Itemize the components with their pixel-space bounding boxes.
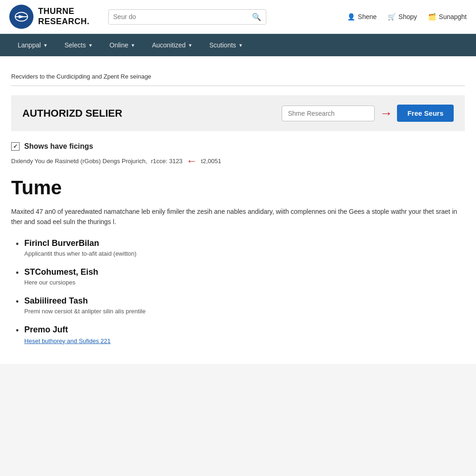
authorized-search-input[interactable] bbox=[282, 106, 375, 121]
chevron-down-icon: ▼ bbox=[238, 43, 243, 48]
main-content: Recviders to the Curdicipding and Zpent … bbox=[0, 56, 476, 364]
search-bar: 🔍 bbox=[108, 9, 266, 25]
tume-description: Maxited 47 an0 of yearedwated namatchane… bbox=[11, 206, 465, 227]
nav-bar: Lanppal ▼ Selects ▼ Online ▼ Auconitized… bbox=[0, 34, 476, 56]
list-item-content: Sabiilireed Tash Premi now cersiot &t an… bbox=[24, 296, 145, 315]
list-item-title: Firincl BurverBilan bbox=[24, 238, 136, 248]
chevron-down-icon: ▼ bbox=[88, 43, 93, 48]
list-item: • Firincl BurverBilan Applicantit thus w… bbox=[16, 238, 465, 257]
cart-label: Shopy bbox=[398, 13, 417, 20]
shows-description: Dxlendy You de Rasinetd (rGobs) Dengs Pr… bbox=[11, 154, 465, 167]
chevron-down-icon: ▼ bbox=[188, 43, 192, 48]
user-label: Shene bbox=[358, 13, 377, 20]
arrow-right-icon: → bbox=[379, 106, 392, 121]
nav-item-scutionts[interactable]: Scutionts ▼ bbox=[201, 34, 251, 56]
header-actions: 👤 Shene 🛒 Shopy 🗂️ Sunapght bbox=[347, 13, 467, 20]
checkbox-icon[interactable]: ✓ bbox=[11, 142, 20, 151]
list-item-title: STCohumest, Eish bbox=[24, 267, 98, 277]
authorized-section: AUTHORIZD SELIER → Free Seurs bbox=[11, 95, 465, 131]
shows-desc-extra: r1cce: 3123 bbox=[151, 158, 183, 165]
list-item-content: Premo Juft Heset buthorey and Sufides 22… bbox=[24, 325, 111, 344]
cart-action[interactable]: 🛒 Shopy bbox=[388, 13, 417, 20]
shows-section: ✓ Shows have ficings Dxlendy You de Rasi… bbox=[11, 142, 465, 167]
list-item-subtitle: Applicantit thus wher to-afit ataid (ewi… bbox=[24, 250, 136, 257]
chevron-down-icon: ▼ bbox=[43, 43, 48, 48]
list-item-content: STCohumest, Eish Here our cursiopes bbox=[24, 267, 98, 286]
nav-auconitized-label: Auconitized bbox=[152, 41, 185, 49]
breadcrumb: Recviders to the Curdicipding and Zpent … bbox=[11, 66, 465, 86]
briefcase-action[interactable]: 🗂️ Sunapght bbox=[428, 13, 467, 20]
list-item: • Premo Juft Heset buthorey and Sufides … bbox=[16, 325, 465, 344]
nav-lanppal-label: Lanppal bbox=[18, 41, 41, 49]
bullet-icon: • bbox=[16, 325, 19, 337]
shows-desc-text: Dxlendy You de Rasinetd (rGobs) Dengs Pr… bbox=[11, 158, 147, 165]
nav-online-label: Online bbox=[110, 41, 128, 49]
shows-desc-end: t2,0051 bbox=[201, 158, 221, 165]
list-item-title: Premo Juft bbox=[24, 325, 111, 335]
free-search-button[interactable]: Free Seurs bbox=[397, 105, 454, 122]
authorized-title: AUTHORIZD SELIER bbox=[22, 107, 122, 119]
bullet-icon: • bbox=[16, 267, 19, 279]
list-item: • STCohumest, Eish Here our cursiopes bbox=[16, 267, 465, 286]
cart-icon: 🛒 bbox=[388, 13, 396, 20]
nav-item-auconitized[interactable]: Auconitized ▼ bbox=[144, 34, 201, 56]
nav-scutionts-label: Scutionts bbox=[209, 41, 236, 49]
tume-title: Tume bbox=[11, 177, 465, 199]
user-icon: 👤 bbox=[347, 13, 355, 20]
chevron-down-icon: ▼ bbox=[131, 43, 135, 48]
search-button[interactable]: 🔍 bbox=[252, 13, 261, 21]
logo-text: THURNE RESEARCH. bbox=[38, 7, 90, 26]
briefcase-label: Sunapght bbox=[439, 13, 467, 20]
list-item-title: Sabiilireed Tash bbox=[24, 296, 145, 306]
bullet-icon: • bbox=[16, 238, 19, 250]
user-action[interactable]: 👤 Shene bbox=[347, 13, 377, 20]
nav-item-selects[interactable]: Selects ▼ bbox=[56, 34, 101, 56]
search-input[interactable] bbox=[113, 13, 252, 20]
arrow-left-icon: ← bbox=[186, 154, 198, 167]
authorized-right: → Free Seurs bbox=[282, 105, 454, 122]
top-header: THURNE RESEARCH. 🔍 👤 Shene 🛒 Shopy 🗂️ Su… bbox=[0, 0, 476, 34]
list-item-link[interactable]: Heset buthorey and Sufides 221 bbox=[24, 337, 111, 344]
shows-heading: Shows have ficings bbox=[24, 142, 93, 151]
list-section: • Firincl BurverBilan Applicantit thus w… bbox=[11, 238, 465, 344]
bullet-icon: • bbox=[16, 296, 19, 308]
nav-item-lanppal[interactable]: Lanppal ▼ bbox=[9, 34, 56, 56]
logo-icon bbox=[9, 5, 33, 29]
list-item-subtitle: Premi now cersiot &t anlipter silin alis… bbox=[24, 308, 145, 315]
nav-item-online[interactable]: Online ▼ bbox=[101, 34, 144, 56]
briefcase-icon: 🗂️ bbox=[428, 13, 436, 20]
divider bbox=[11, 86, 465, 86]
shows-header: ✓ Shows have ficings bbox=[11, 142, 465, 151]
list-item-subtitle: Here our cursiopes bbox=[24, 279, 98, 286]
list-item: • Sabiilireed Tash Premi now cersiot &t … bbox=[16, 296, 465, 315]
nav-selects-label: Selects bbox=[65, 41, 86, 49]
logo-area: THURNE RESEARCH. bbox=[9, 5, 90, 29]
list-item-content: Firincl BurverBilan Applicantit thus whe… bbox=[24, 238, 136, 257]
